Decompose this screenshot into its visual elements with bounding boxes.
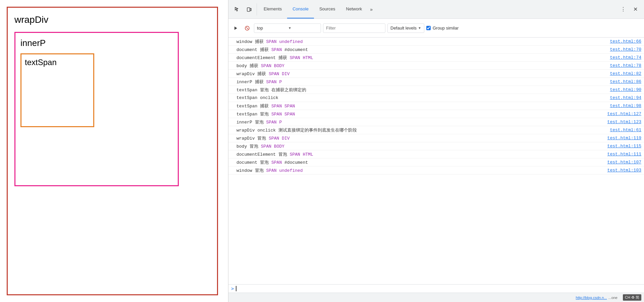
console-level-select[interactable]: Default levels ▼ — [387, 23, 424, 33]
table-row: body 捕获 SPAN BODYtest.html:78 — [228, 62, 644, 70]
console-row-text: innerP 冒泡 SPAN P — [236, 119, 282, 125]
table-row: textSpan onclicktest.html:94 — [228, 94, 644, 102]
tab-sources[interactable]: Sources — [314, 0, 341, 18]
console-row-link[interactable]: test.html:103 — [607, 168, 641, 173]
console-row-text: textSpan onclick — [236, 95, 278, 100]
table-row: document 捕获 SPAN #documenttest.html:70 — [228, 46, 644, 54]
svg-rect-0 — [247, 8, 250, 11]
context-value: top — [257, 26, 287, 31]
devtools-menu-btn[interactable]: ⋮ — [617, 3, 629, 15]
bottom-right: CH ♻ 简 — [623, 294, 641, 301]
devtools-topbar: Elements Console Sources Network » ⋮ ✕ — [228, 0, 644, 19]
console-row-link[interactable]: test.html:94 — [610, 95, 641, 100]
bottom-text: ...one — [608, 296, 618, 300]
console-row-text: textSpan 冒泡 在捕获之前绑定的 — [236, 87, 306, 93]
console-output[interactable]: window 捕获 SPAN undefinedtest.html:66docu… — [228, 38, 644, 284]
console-row-left: document 冒泡 SPAN #document — [236, 159, 602, 165]
wrap-div-box: wrapDiv innerP textSpan — [7, 7, 218, 295]
console-row-link[interactable]: test.html:107 — [607, 160, 641, 165]
table-row: wrapDiv 捕获 SPAN DIVtest.html:82 — [228, 70, 644, 78]
console-row-left: textSpan 冒泡 SPAN SPAN — [236, 111, 602, 117]
console-row-left: documentElement 捕获 SPAN HTML — [236, 55, 604, 61]
table-row: document 冒泡 SPAN #documenttest.html:107 — [228, 158, 644, 166]
console-filter-input[interactable] — [323, 23, 385, 33]
console-row-link[interactable]: test.html:78 — [610, 63, 641, 68]
table-row: wrapDiv onclick 测试直接绑定的事件到底发生在哪个阶段test.h… — [228, 126, 644, 134]
table-row: textSpan 冒泡 在捕获之前绑定的test.html:90 — [228, 86, 644, 94]
table-row: innerP 冒泡 SPAN Ptest.html:123 — [228, 118, 644, 126]
inspect-element-btn[interactable] — [231, 3, 243, 15]
console-row-link[interactable]: test.html:61 — [610, 128, 641, 133]
text-span-label: textSpan — [25, 58, 90, 67]
console-row-link[interactable]: test.html:111 — [607, 152, 641, 157]
console-row-link[interactable]: test.html:66 — [610, 39, 641, 44]
console-clear-btn[interactable] — [243, 23, 252, 33]
console-row-text: documentElement 冒泡 SPAN HTML — [236, 151, 313, 157]
console-row-link[interactable]: test.html:70 — [610, 47, 641, 52]
tab-console[interactable]: Console — [287, 0, 314, 18]
console-run-btn[interactable] — [231, 23, 240, 33]
devtools-close-btn[interactable]: ✕ — [629, 3, 641, 15]
left-panel: wrapDiv innerP textSpan — [0, 0, 228, 302]
more-tabs-btn[interactable]: » — [367, 7, 375, 12]
console-row-left: textSpan 捕获 SPAN SPAN — [236, 103, 604, 109]
console-row-link[interactable]: test.html:98 — [610, 103, 641, 108]
console-row-link[interactable]: test.html:74 — [610, 55, 641, 60]
tab-elements[interactable]: Elements — [258, 0, 287, 18]
console-row-left: innerP 捕获 SPAN P — [236, 79, 604, 85]
bottom-link[interactable]: http://blog.csdn.n... — [576, 296, 607, 300]
wrap-div-label: wrapDiv — [14, 14, 210, 25]
devtools-panel: Elements Console Sources Network » ⋮ ✕ — [228, 0, 644, 302]
console-toolbar: top ▼ Default levels ▼ Group similar — [228, 19, 644, 38]
table-row: window 冒泡 SPAN undefinedtest.html:103 — [228, 166, 644, 174]
table-row: window 捕获 SPAN undefinedtest.html:66 — [228, 38, 644, 46]
group-similar-checkbox[interactable] — [426, 26, 431, 30]
console-row-text: textSpan 捕获 SPAN SPAN — [236, 103, 295, 109]
svg-marker-2 — [234, 27, 237, 30]
console-row-text: document 捕获 SPAN #document — [236, 47, 308, 53]
console-row-link[interactable]: test.html:115 — [607, 144, 641, 149]
console-row-left: innerP 冒泡 SPAN P — [236, 119, 602, 125]
svg-line-4 — [246, 27, 248, 29]
device-toolbar-btn[interactable] — [243, 3, 255, 15]
console-row-left: documentElement 冒泡 SPAN HTML — [236, 151, 602, 157]
context-arrow: ▼ — [288, 26, 318, 30]
console-row-left: wrapDiv 冒泡 SPAN DIV — [236, 135, 602, 141]
tab-network[interactable]: Network — [341, 0, 368, 18]
console-row-link[interactable]: test.html:127 — [607, 111, 641, 116]
console-row-left: wrapDiv onclick 测试直接绑定的事件到底发生在哪个阶段 — [236, 127, 604, 133]
console-row-link[interactable]: test.html:123 — [607, 119, 641, 124]
inner-p-label: innerP — [20, 38, 173, 48]
console-row-left: textSpan 冒泡 在捕获之前绑定的 — [236, 87, 604, 93]
console-row-left: textSpan onclick — [236, 95, 604, 100]
console-row-link[interactable]: test.html:119 — [607, 136, 641, 141]
console-row-link[interactable]: test.html:86 — [610, 79, 641, 84]
table-row: documentElement 捕获 SPAN HTMLtest.html:74 — [228, 54, 644, 62]
console-row-text: body 冒泡 SPAN BODY — [236, 143, 284, 149]
console-row-text: wrapDiv 冒泡 SPAN DIV — [236, 135, 290, 141]
console-row-left: document 捕获 SPAN #document — [236, 47, 604, 53]
svg-rect-1 — [250, 8, 251, 11]
table-row: body 冒泡 SPAN BODYtest.html:115 — [228, 142, 644, 150]
console-prompt: > — [231, 286, 234, 291]
table-row: documentElement 冒泡 SPAN HTMLtest.html:11… — [228, 150, 644, 158]
console-cursor — [236, 286, 236, 291]
tab-separator — [257, 3, 257, 15]
console-row-left: wrapDiv 捕获 SPAN DIV — [236, 71, 604, 77]
group-similar-text: Group similar — [433, 26, 459, 31]
level-label: Default levels — [390, 26, 417, 31]
text-span-box: textSpan — [20, 53, 94, 127]
group-similar-label[interactable]: Group similar — [426, 26, 459, 31]
console-row-text: documentElement 捕获 SPAN HTML — [236, 55, 313, 61]
console-context-select[interactable]: top ▼ — [254, 23, 321, 33]
level-arrow: ▼ — [418, 26, 421, 30]
console-row-link[interactable]: test.html:82 — [610, 71, 641, 76]
console-row-text: textSpan 冒泡 SPAN SPAN — [236, 111, 295, 117]
console-row-text: wrapDiv 捕获 SPAN DIV — [236, 71, 290, 77]
table-row: innerP 捕获 SPAN Ptest.html:86 — [228, 78, 644, 86]
console-row-left: body 捕获 SPAN BODY — [236, 63, 604, 69]
console-row-text: innerP 捕获 SPAN P — [236, 79, 282, 85]
devtools-tabs: Elements Console Sources Network » — [258, 0, 438, 18]
console-row-link[interactable]: test.html:90 — [610, 87, 641, 92]
console-row-text: body 捕获 SPAN BODY — [236, 63, 284, 69]
